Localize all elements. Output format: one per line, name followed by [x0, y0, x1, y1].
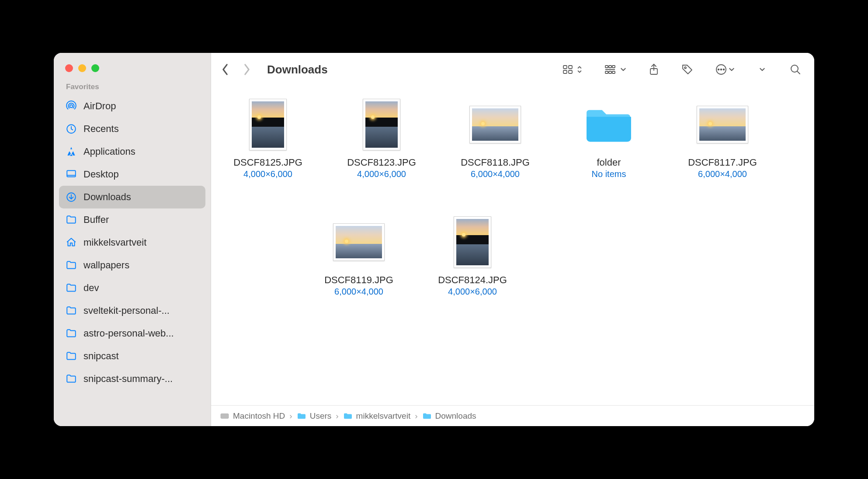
chevron-right-icon: › [415, 411, 417, 421]
main-pane: Downloads [211, 53, 814, 426]
item-meta: No items [592, 169, 626, 179]
svg-rect-5 [563, 66, 567, 69]
sidebar-item-astro[interactable]: astro-personal-web... [59, 322, 205, 345]
folder-icon [65, 259, 77, 271]
sidebar-item-dev[interactable]: dev [59, 277, 205, 299]
close-window-button[interactable] [65, 64, 73, 72]
toolbar: Downloads [211, 53, 814, 86]
sidebar-item-label: snipcast-summary-... [83, 373, 173, 385]
folder-small-icon [422, 412, 432, 420]
item-meta: 4,000×6,000 [357, 169, 406, 179]
forward-button[interactable] [241, 63, 253, 76]
path-segment[interactable]: Users [297, 411, 332, 421]
folder-icon [65, 327, 77, 340]
path-label: Users [310, 411, 332, 421]
desktop-icon [65, 168, 77, 180]
svg-point-17 [684, 67, 686, 69]
item-name: DSCF8125.JPG [233, 157, 302, 168]
path-segment[interactable]: mikkelsvartveit [343, 411, 411, 421]
file-item[interactable]: DSCF8124.JPG4,000×6,000 [426, 214, 519, 297]
view-mode-button[interactable] [558, 61, 587, 78]
file-item[interactable]: DSCF8117.JPG6,000×4,000 [676, 97, 769, 179]
svg-rect-15 [612, 71, 615, 73]
sidebar-item-desktop[interactable]: Desktop [59, 163, 205, 186]
folder-icon [65, 214, 77, 226]
sidebar-item-wallpapers[interactable]: wallpapers [59, 254, 205, 277]
item-name: DSCF8118.JPG [461, 157, 530, 168]
sidebar-item-label: Buffer [83, 214, 109, 226]
sidebar-item-label: Desktop [83, 169, 119, 180]
folder-item[interactable]: folderNo items [562, 97, 655, 179]
maximize-window-button[interactable] [91, 64, 99, 72]
image-thumbnail [697, 106, 748, 143]
overflow-button[interactable] [752, 61, 772, 78]
sidebar-item-snipcast[interactable]: snipcast [59, 345, 205, 368]
sidebar-item-label: dev [83, 282, 99, 294]
finder-window: Favorites AirDropRecentsApplicationsDesk… [54, 53, 814, 426]
group-by-button[interactable] [600, 61, 631, 78]
item-meta: 6,000×4,000 [698, 169, 747, 179]
item-meta: 6,000×4,000 [471, 169, 520, 179]
file-item[interactable]: DSCF8119.JPG6,000×4,000 [312, 214, 405, 297]
item-name: DSCF8117.JPG [688, 157, 757, 168]
window-title: Downloads [267, 63, 328, 76]
share-button[interactable] [644, 61, 664, 78]
minimize-window-button[interactable] [78, 64, 86, 72]
tags-button[interactable] [677, 61, 698, 78]
svg-rect-9 [605, 66, 608, 68]
folder-small-icon [343, 412, 353, 420]
path-segment[interactable]: Downloads [422, 411, 476, 421]
sidebar-item-label: wallpapers [83, 260, 129, 271]
file-item[interactable]: DSCF8123.JPG4,000×6,000 [335, 97, 428, 179]
path-segment[interactable]: Macintosh HD [220, 411, 285, 421]
file-item[interactable]: DSCF8118.JPG6,000×4,000 [449, 97, 542, 179]
folder-icon [583, 103, 635, 146]
clock-icon [65, 123, 77, 135]
svg-rect-6 [569, 66, 572, 69]
folder-icon [65, 305, 77, 317]
sidebar-item-recents[interactable]: Recents [59, 118, 205, 140]
svg-rect-13 [605, 71, 608, 73]
sidebar-item-applications[interactable]: Applications [59, 140, 205, 163]
item-name: folder [597, 157, 621, 168]
path-label: Downloads [435, 411, 476, 421]
svg-rect-11 [612, 66, 615, 68]
folder-icon [65, 350, 77, 362]
sidebar-item-label: snipcast [83, 351, 119, 362]
sidebar-item-buffer[interactable]: Buffer [59, 208, 205, 231]
item-meta: 6,000×4,000 [334, 287, 383, 297]
file-grid: DSCF8125.JPG4,000×6,000DSCF8123.JPG4,000… [211, 86, 814, 405]
sidebar-item-label: Downloads [83, 191, 131, 203]
file-item[interactable]: DSCF8125.JPG4,000×6,000 [222, 97, 314, 179]
image-thumbnail [469, 106, 521, 143]
sidebar-section-favorites: Favorites [54, 83, 211, 95]
sidebar-item-home[interactable]: mikkelsvartveit [59, 231, 205, 254]
search-button[interactable] [785, 61, 806, 78]
image-thumbnail [249, 99, 287, 150]
sidebar-item-airdrop[interactable]: AirDrop [59, 95, 205, 118]
svg-rect-10 [609, 66, 611, 68]
item-meta: 4,000×6,000 [448, 287, 497, 297]
svg-point-20 [721, 69, 722, 70]
action-menu-button[interactable] [711, 61, 739, 78]
image-thumbnail [363, 99, 400, 150]
item-name: DSCF8123.JPG [347, 157, 416, 168]
chevron-right-icon: › [336, 411, 338, 421]
sidebar-item-label: astro-personal-web... [83, 328, 174, 339]
sidebar-item-sveltekit[interactable]: sveltekit-personal-... [59, 299, 205, 322]
svg-rect-24 [221, 413, 229, 418]
svg-rect-14 [609, 71, 611, 73]
apps-icon [65, 146, 77, 158]
folder-icon [65, 373, 77, 385]
sidebar-item-snipcast-sum[interactable]: snipcast-summary-... [59, 368, 205, 390]
svg-point-19 [718, 69, 719, 70]
sidebar-item-downloads[interactable]: Downloads [59, 186, 205, 208]
folder-icon [65, 282, 77, 294]
sidebar: Favorites AirDropRecentsApplicationsDesk… [54, 53, 211, 426]
svg-point-21 [723, 69, 725, 70]
sidebar-item-label: sveltekit-personal-... [83, 305, 170, 316]
airdrop-icon [65, 100, 77, 112]
path-bar: Macintosh HD›Users›mikkelsvartveit›Downl… [211, 405, 814, 426]
image-thumbnail [454, 216, 491, 268]
back-button[interactable] [219, 63, 231, 76]
